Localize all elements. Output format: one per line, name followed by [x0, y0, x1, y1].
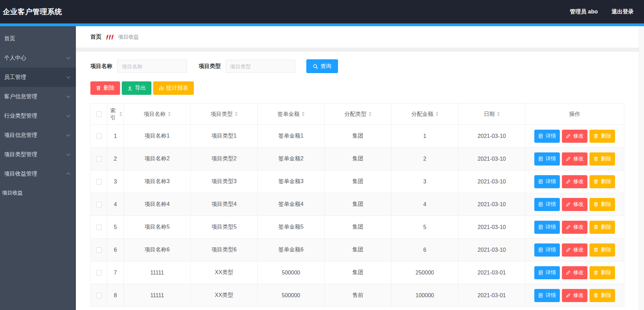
document-icon	[538, 270, 543, 275]
sort-asc-icon[interactable]	[497, 112, 500, 113]
sidebar-item-project-info-management[interactable]: 项目信息管理	[0, 126, 76, 145]
edit-button[interactable]: 修改	[562, 152, 587, 166]
query-button[interactable]: 查询	[306, 59, 338, 73]
edit-button[interactable]: 修改	[562, 130, 587, 143]
detail-button[interactable]: 详情	[534, 289, 560, 302]
row-checkbox[interactable]	[96, 179, 102, 184]
sidebar-item-profile[interactable]: 个人中心	[0, 48, 76, 68]
report-button[interactable]: 统计报表	[153, 81, 194, 95]
cell-project-name: 项目名称3	[124, 170, 191, 193]
row-checkbox[interactable]	[96, 133, 102, 139]
sort-desc-icon[interactable]	[119, 114, 122, 116]
row-actions-cell: 详情修改删除	[525, 125, 624, 148]
table-row: 1项目名称1项目类型1签单金额1集团12021-03-10详情修改删除	[91, 125, 624, 148]
row-select-cell	[91, 261, 107, 284]
row-button-label: 详情	[546, 247, 556, 253]
user-name[interactable]: 管理员 abo	[570, 8, 598, 16]
document-icon	[538, 293, 543, 298]
detail-button[interactable]: 详情	[534, 221, 560, 234]
row-button-label: 详情	[546, 178, 556, 185]
row-actions-cell: 详情修改删除	[525, 261, 624, 284]
data-table: 索引项目名称项目类型签单金额分配类型分配金额日期操作 1项目名称1项目类型1签单…	[90, 103, 624, 307]
table-row: 711111XX类型500000集团2500002021-03-01详情修改删除	[91, 261, 624, 284]
edit-button[interactable]: 修改	[562, 221, 587, 234]
row-checkbox[interactable]	[96, 156, 102, 162]
column-header[interactable]: 项目类型	[191, 103, 258, 125]
document-icon	[538, 133, 543, 139]
cell-project-name: 项目名称6	[124, 239, 191, 261]
edit-button[interactable]: 修改	[562, 175, 587, 188]
delete-button[interactable]: 删除	[589, 221, 615, 234]
detail-button[interactable]: 详情	[534, 243, 560, 257]
edit-button[interactable]: 修改	[562, 243, 587, 257]
sort-asc-icon[interactable]	[119, 112, 122, 113]
sort-desc-icon[interactable]	[436, 114, 438, 116]
column-header[interactable]: 分配类型	[325, 103, 392, 125]
column-header-content: 操作	[527, 111, 623, 118]
project-name-input[interactable]	[117, 60, 187, 73]
detail-button[interactable]: 详情	[534, 152, 560, 166]
delete-button[interactable]: 删除	[589, 130, 615, 143]
sort-asc-icon[interactable]	[302, 112, 305, 113]
scrollbar-track[interactable]	[639, 26, 644, 310]
sort-desc-icon[interactable]	[302, 114, 305, 116]
delete-button[interactable]: 删除	[589, 266, 615, 279]
project-type-input[interactable]	[226, 60, 295, 73]
sidebar-item-project-type-management[interactable]: 项目类型管理	[0, 145, 76, 164]
sidebar-item-customer-info-management[interactable]: 客户信息管理	[0, 87, 76, 106]
row-checkbox[interactable]	[96, 202, 102, 207]
column-header-label: 索引	[109, 107, 117, 121]
cell-alloc-type: 集团	[325, 125, 392, 148]
sidebar-subitem-project-income[interactable]: 项目收益	[0, 183, 76, 202]
delete-button[interactable]: 删除	[589, 243, 615, 257]
sidebar-item-staff-management[interactable]: 员工管理	[0, 68, 76, 87]
sort-desc-icon[interactable]	[369, 114, 371, 116]
sort-carets	[436, 112, 438, 116]
sort-asc-icon[interactable]	[436, 112, 438, 113]
column-header[interactable]: 分配金额	[392, 103, 458, 125]
column-header-content: 分配类型	[326, 111, 390, 118]
column-header[interactable]: 项目名称	[124, 103, 191, 125]
topbar-right: 管理员 abo 退出登录	[570, 8, 634, 16]
delete-button[interactable]: 删除	[589, 289, 615, 302]
sort-asc-icon[interactable]	[369, 112, 371, 113]
logout-link[interactable]: 退出登录	[612, 8, 634, 16]
detail-button[interactable]: 详情	[534, 266, 560, 279]
column-header[interactable]: 签单金额	[258, 103, 325, 125]
row-checkbox[interactable]	[96, 293, 102, 298]
delete-button[interactable]: 删除	[589, 175, 615, 188]
delete-button[interactable]: 删除	[589, 152, 615, 166]
edit-icon	[566, 270, 571, 275]
detail-button[interactable]: 详情	[534, 198, 560, 211]
sort-desc-icon[interactable]	[168, 114, 171, 116]
sort-asc-icon[interactable]	[235, 112, 238, 113]
edit-button[interactable]: 修改	[562, 289, 587, 302]
edit-button[interactable]: 修改	[562, 266, 587, 279]
sort-asc-icon[interactable]	[168, 112, 171, 113]
sort-desc-icon[interactable]	[497, 114, 500, 116]
sort-desc-icon[interactable]	[235, 114, 238, 116]
edit-icon	[566, 179, 571, 184]
select-all-checkbox[interactable]	[96, 111, 102, 117]
cell-alloc-amount: 1	[392, 125, 458, 148]
chevron-down-icon	[66, 94, 70, 98]
sidebar-item-project-income-management[interactable]: 项目收益管理	[0, 164, 76, 183]
select-all-header-cell	[91, 103, 107, 125]
cell-index: 5	[107, 216, 124, 239]
delete-button[interactable]: 删除	[90, 81, 120, 95]
detail-button[interactable]: 详情	[534, 175, 560, 188]
row-checkbox[interactable]	[96, 224, 102, 230]
row-checkbox[interactable]	[96, 270, 102, 276]
toolbar-button-label: 导出	[135, 84, 146, 92]
breadcrumb-home[interactable]: 首页	[90, 33, 101, 41]
sidebar-item-industry-type-management[interactable]: 行业类型管理	[0, 106, 76, 126]
cell-sign-amount: 签单金额3	[258, 170, 325, 193]
export-button[interactable]: 导出	[122, 81, 151, 95]
sidebar-item-home[interactable]: 首页	[0, 29, 76, 48]
row-checkbox[interactable]	[96, 247, 102, 253]
column-header[interactable]: 索引	[107, 103, 124, 125]
delete-button[interactable]: 删除	[589, 198, 615, 211]
column-header[interactable]: 日期	[458, 103, 525, 125]
detail-button[interactable]: 详情	[534, 130, 560, 143]
edit-button[interactable]: 修改	[562, 198, 587, 211]
